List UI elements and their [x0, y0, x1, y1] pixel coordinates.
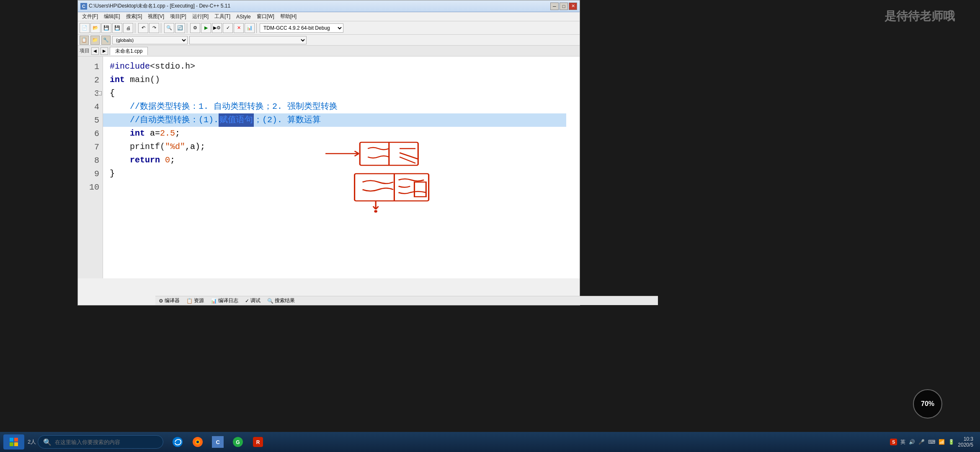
- debug-tab[interactable]: ✓ 调试: [243, 297, 262, 304]
- code-line-10: [110, 180, 573, 194]
- edge-app[interactable]: [168, 434, 187, 450]
- search-button[interactable]: 🔍: [164, 23, 174, 33]
- debug-button[interactable]: 📊: [245, 23, 255, 33]
- line-num-1: 1: [78, 60, 103, 73]
- replace-button[interactable]: 🔄: [175, 23, 185, 33]
- taskbar-search[interactable]: 🔍: [38, 435, 163, 449]
- titlebar: C C:\Users\HP\Desktop\未命名1.cpp - [Execut…: [78, 0, 580, 12]
- redo-button[interactable]: ↷: [149, 23, 159, 33]
- nav-left[interactable]: ◀: [91, 47, 99, 55]
- devcpp-icon: C: [212, 436, 224, 448]
- edge-icon: [172, 436, 183, 448]
- menu-window[interactable]: 窗口[W]: [254, 12, 277, 21]
- sep1: [135, 23, 137, 33]
- compiler-icon: ⚙: [159, 298, 163, 304]
- new-button[interactable]: 📄: [80, 23, 90, 33]
- line-num-4: 4: [78, 100, 103, 113]
- save-button[interactable]: 💾: [101, 23, 111, 33]
- format-string: "%d": [165, 140, 185, 154]
- line-num-2: 2: [78, 73, 103, 87]
- speaker-icon[interactable]: 🔊: [909, 439, 915, 445]
- stop-button[interactable]: ✓: [223, 23, 233, 33]
- menu-tools[interactable]: 工具[T]: [212, 12, 233, 21]
- mic-icon[interactable]: 🎤: [918, 439, 925, 445]
- search-icon: 🔍: [43, 438, 52, 446]
- menu-view[interactable]: 视图[V]: [145, 12, 167, 21]
- debug-icon: ✓: [245, 298, 249, 304]
- search-results-tab[interactable]: 🔍 搜索结果: [266, 297, 297, 304]
- toolbar-secondary: 📋 📁 🔧 (globals): [78, 35, 580, 46]
- menu-astyle[interactable]: AStyle: [234, 13, 253, 21]
- function-dropdown[interactable]: [189, 36, 307, 44]
- indent-l8: [110, 154, 130, 167]
- compiler-tab[interactable]: ⚙ 编译器: [157, 297, 181, 304]
- svg-rect-15: [10, 438, 13, 442]
- undo-button[interactable]: ↶: [138, 23, 148, 33]
- sep2: [161, 23, 162, 33]
- int-keyword-l2: int: [110, 73, 125, 87]
- nav-right[interactable]: ▶: [101, 47, 108, 55]
- class-browser-btn[interactable]: 📋: [80, 36, 89, 45]
- space-l8: [160, 154, 165, 167]
- firefox-app[interactable]: [188, 434, 207, 450]
- line-num-5: 5: [78, 113, 103, 127]
- greensoft-app[interactable]: G: [229, 434, 247, 450]
- space-l2: [125, 73, 130, 87]
- titlebar-buttons: ─ □ ✕: [550, 3, 577, 10]
- compile-run-button[interactable]: ▶⚙: [212, 23, 222, 33]
- menubar: 文件[F] 编辑[E] 搜索[S] 视图[V] 项目[P] 运行[R] 工具[T…: [78, 12, 580, 21]
- resources-tab[interactable]: 📋 资源: [185, 297, 206, 304]
- start-button[interactable]: [3, 434, 24, 449]
- maximize-button[interactable]: □: [560, 3, 568, 10]
- compile-log-tab[interactable]: 📊 编译日志: [209, 297, 240, 304]
- sep3: [187, 23, 188, 33]
- semi-l6: ;: [175, 127, 180, 140]
- clock: 10:3 2020/5: [958, 436, 973, 448]
- menu-project[interactable]: 项目[P]: [168, 12, 189, 21]
- code-editor[interactable]: #include<stdio.h> int main() { //数据类型转换：…: [103, 56, 580, 278]
- menu-search[interactable]: 搜索[S]: [124, 12, 145, 21]
- fold-button-3[interactable]: □: [98, 91, 102, 95]
- minimize-button[interactable]: ─: [550, 3, 559, 10]
- volume-indicator: 70%: [913, 389, 942, 419]
- print-button[interactable]: 🖨: [123, 23, 133, 33]
- menu-run[interactable]: 运行[R]: [190, 12, 211, 21]
- app-icon: C: [80, 3, 87, 10]
- debug-btn2[interactable]: 🔧: [101, 36, 111, 45]
- csdn-logo: S: [890, 439, 897, 445]
- code-line-8: return 0;: [110, 154, 573, 167]
- project-btn[interactable]: 📁: [90, 36, 100, 45]
- run-button[interactable]: ▶: [201, 23, 211, 33]
- greensoft-icon: G: [232, 436, 244, 448]
- int-keyword-l6: int: [130, 127, 145, 140]
- search-input[interactable]: [55, 439, 158, 445]
- network-icon[interactable]: 📶: [939, 439, 945, 445]
- menu-help[interactable]: 帮助[H]: [278, 12, 299, 21]
- persons-count: 2人: [28, 438, 36, 446]
- comment-line4: //数据类型转换：1. 自动类型转换；2. 强制类型转换: [110, 100, 338, 113]
- stop-execute-button[interactable]: ✕: [234, 23, 244, 33]
- code-line-4: //数据类型转换：1. 自动类型转换；2. 强制类型转换: [110, 100, 573, 113]
- devcpp-app[interactable]: C: [209, 434, 227, 450]
- line-num-3: 3 □: [78, 87, 103, 100]
- svg-text:G: G: [236, 439, 240, 445]
- lang-indicator[interactable]: 英: [900, 439, 905, 446]
- taskbar-apps: C G R: [168, 434, 267, 450]
- open-button[interactable]: 📂: [90, 23, 101, 33]
- include-brackets: <stdio.h>: [150, 60, 195, 73]
- line-num-10: 10: [78, 180, 103, 194]
- code-line-7: printf("%d",a);: [110, 140, 573, 154]
- redapp-app[interactable]: R: [249, 434, 267, 450]
- compiler-select[interactable]: TDM-GCC 4.9.2 64-bit Debug: [260, 23, 343, 33]
- statusbar: ⚙ 编译器 📋 资源 📊 编译日志 ✓ 调试 🔍 搜索结果: [155, 296, 658, 305]
- save-all-button[interactable]: 💾: [112, 23, 122, 33]
- code-line-2: int main(): [110, 73, 573, 87]
- svg-point-22: [196, 441, 199, 443]
- scope-dropdown[interactable]: (globals): [112, 36, 188, 44]
- compile-button[interactable]: ⚙: [190, 23, 200, 33]
- file-tab[interactable]: 未命名1.cpp: [110, 47, 148, 55]
- return-keyword: return: [130, 154, 160, 167]
- menu-edit[interactable]: 编辑[E]: [101, 12, 123, 21]
- menu-file[interactable]: 文件[F]: [80, 12, 101, 21]
- close-button[interactable]: ✕: [569, 3, 577, 10]
